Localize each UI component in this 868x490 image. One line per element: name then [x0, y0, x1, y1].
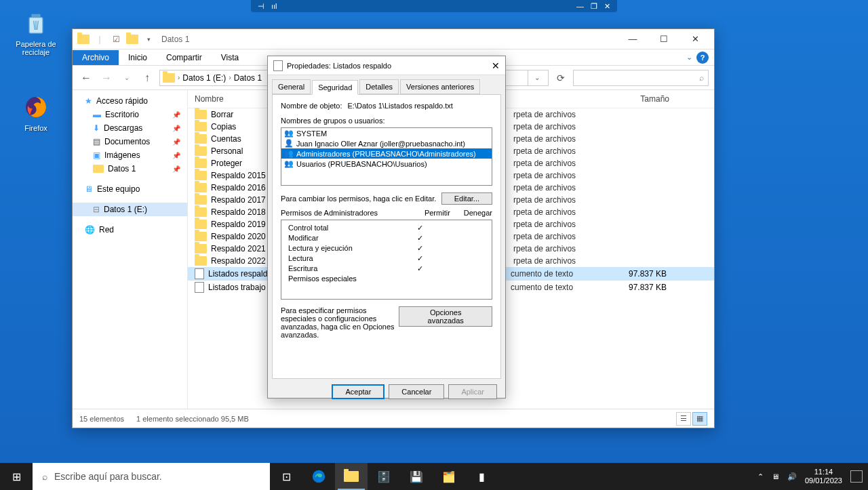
- restore-icon[interactable]: ❐: [591, 2, 597, 11]
- qat-separator: |: [92, 32, 107, 47]
- signal-icon: ııl: [271, 2, 277, 11]
- folder-icon: [195, 232, 207, 241]
- properties-icon[interactable]: ☑: [108, 32, 123, 47]
- group-item[interactable]: 👥Administradores (PRUEBASNACHO\Administr…: [281, 148, 492, 159]
- tray-up-icon[interactable]: ⌃: [757, 472, 764, 481]
- status-bar: 15 elementos 1 elemento seleccionado 95,…: [73, 409, 714, 428]
- qat-folder-icon[interactable]: [125, 32, 140, 47]
- group-item[interactable]: 👤Juan Ignacio Oller Aznar (joller@prueba…: [281, 138, 492, 148]
- start-button[interactable]: ⊞: [0, 463, 33, 490]
- nav-quick-access[interactable]: ★Acceso rápido: [73, 94, 187, 108]
- recycle-bin-icon[interactable]: Papelera de reciclaje: [9, 9, 62, 56]
- folder-icon: [163, 73, 175, 83]
- perm-name: Lectura: [288, 254, 313, 263]
- explorer-icon[interactable]: [335, 463, 368, 490]
- qat-dropdown-icon[interactable]: ▾: [141, 32, 156, 47]
- file-type: rpeta de archivos: [513, 134, 608, 144]
- permission-row: Lectura y ejecución✓: [284, 243, 489, 253]
- folder-icon: [195, 110, 207, 119]
- tab-versiones[interactable]: Versiones anteriores: [400, 79, 480, 94]
- tab-general[interactable]: General: [272, 79, 311, 94]
- breadcrumb-segment[interactable]: Datos 1: [234, 73, 262, 83]
- back-button[interactable]: ←: [78, 70, 94, 86]
- forward-button[interactable]: →: [98, 70, 115, 86]
- clock[interactable]: 11:14 09/01/2023: [805, 468, 842, 485]
- taskbar-search[interactable]: ⌕ Escribe aquí para buscar.: [33, 463, 270, 490]
- folder-stack-icon[interactable]: 🗂️: [433, 463, 465, 490]
- svg-rect-1: [31, 14, 40, 18]
- up-button[interactable]: ↑: [139, 70, 155, 86]
- terminal-icon[interactable]: ▮: [465, 463, 498, 490]
- nav-drive[interactable]: ⊟Datos 1 (E:): [73, 203, 187, 216]
- search-icon: ⌕: [42, 471, 47, 482]
- system-tray: ⌃ 🖥 🔊 11:14 09/01/2023: [752, 468, 868, 485]
- breadcrumb-segment[interactable]: Datos 1 (E:): [182, 73, 226, 83]
- permissions-title: Permisos de Administradores: [281, 209, 378, 217]
- edge-icon[interactable]: [302, 463, 335, 490]
- refresh-button[interactable]: ⟳: [553, 70, 569, 86]
- recent-dropdown-icon[interactable]: ⌄: [119, 70, 135, 86]
- document-icon: ▤: [93, 137, 100, 146]
- permission-row: Modificar✓: [284, 233, 489, 243]
- pin-icon: 📌: [172, 138, 180, 146]
- close-button[interactable]: ✕: [492, 60, 500, 71]
- nav-images[interactable]: ▣Imágenes📌: [73, 148, 187, 162]
- notification-icon[interactable]: [850, 470, 863, 483]
- disk-icon[interactable]: 💾: [400, 463, 433, 490]
- edit-button[interactable]: Editar...: [441, 192, 492, 205]
- file-type: rpeta de archivos: [513, 256, 608, 266]
- network-icon[interactable]: 🖥: [772, 472, 779, 481]
- folder-icon[interactable]: [76, 32, 91, 47]
- col-type[interactable]: [513, 94, 608, 104]
- firefox-icon[interactable]: Firefox: [9, 94, 62, 132]
- groups-list[interactable]: 👥SYSTEM 👤Juan Ignacio Oller Aznar (jolle…: [281, 127, 492, 186]
- minimize-button[interactable]: —: [617, 29, 648, 49]
- search-input[interactable]: ⌕: [573, 70, 709, 86]
- nav-documents[interactable]: ▤Documentos📌: [73, 135, 187, 148]
- pin-icon: 📌: [172, 165, 180, 173]
- server-manager-icon[interactable]: 🗄️: [368, 463, 400, 490]
- tab-compartir[interactable]: Compartir: [157, 50, 212, 65]
- search-icon: ⌕: [699, 73, 704, 83]
- firefox-label: Firefox: [9, 124, 62, 132]
- view-icons-button[interactable]: ▦: [692, 412, 707, 426]
- ok-button[interactable]: Aceptar: [332, 384, 384, 399]
- group-item[interactable]: 👥SYSTEM: [281, 128, 492, 138]
- cancel-button[interactable]: Cancelar: [389, 384, 444, 399]
- minimize-icon[interactable]: —: [576, 2, 584, 11]
- check-icon: ✓: [417, 254, 423, 263]
- nav-network[interactable]: 🌐Red: [73, 223, 187, 237]
- tab-archivo[interactable]: Archivo: [73, 50, 119, 65]
- permission-row: Permisos especiales: [284, 274, 489, 283]
- col-size[interactable]: Tamaño: [608, 94, 669, 104]
- chevron-right-icon[interactable]: ›: [229, 74, 231, 81]
- dialog-title-bar: Propiedades: Listados respaldo ✕: [268, 56, 505, 75]
- tab-vista[interactable]: Vista: [212, 50, 248, 65]
- tab-detalles[interactable]: Detalles: [359, 79, 399, 94]
- nav-datos1[interactable]: Datos 1📌: [73, 162, 187, 176]
- apply-button[interactable]: Aplicar: [448, 384, 497, 399]
- group-item[interactable]: 👥Usuarios (PRUEBASNACHO\Usuarios): [281, 159, 492, 169]
- folder-icon: [195, 195, 207, 205]
- tab-inicio[interactable]: Inicio: [119, 50, 157, 65]
- help-icon[interactable]: ?: [696, 52, 709, 64]
- nav-downloads[interactable]: ⬇Descargas📌: [73, 121, 187, 135]
- nav-desktop[interactable]: ▬Escritorio📌: [73, 108, 187, 121]
- dropdown-icon[interactable]: ⌄: [534, 74, 540, 81]
- maximize-button[interactable]: ☐: [648, 29, 679, 49]
- chevron-right-icon[interactable]: ›: [178, 74, 180, 81]
- file-type: rpeta de archivos: [513, 195, 608, 205]
- nav-this-pc[interactable]: 🖥Este equipo: [73, 182, 187, 196]
- task-view-button[interactable]: ⊡: [270, 463, 302, 490]
- chevron-down-icon[interactable]: ⌄: [686, 53, 692, 62]
- view-details-button[interactable]: ☰: [676, 412, 691, 426]
- sound-icon[interactable]: 🔊: [787, 472, 797, 481]
- navigation-pane: ★Acceso rápido ▬Escritorio📌 ⬇Descargas📌 …: [73, 90, 188, 409]
- close-icon[interactable]: ✕: [604, 2, 610, 11]
- close-button[interactable]: ✕: [679, 29, 711, 49]
- perm-name: Permisos especiales: [288, 274, 357, 283]
- search-placeholder: Escribe aquí para buscar.: [54, 471, 162, 482]
- pin-icon[interactable]: ⊣: [258, 2, 264, 11]
- tab-seguridad[interactable]: Seguridad: [312, 80, 358, 95]
- advanced-button[interactable]: Opciones avanzadas: [399, 306, 492, 327]
